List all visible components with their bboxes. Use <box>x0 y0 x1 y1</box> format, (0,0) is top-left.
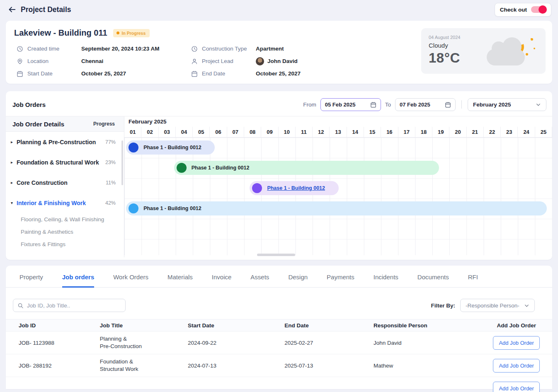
day-header-cell: 18 <box>415 127 432 137</box>
search-box[interactable] <box>13 299 126 312</box>
tab-incidents[interactable]: Incidents <box>374 266 398 288</box>
job-title-cell <box>100 377 188 392</box>
gantt-bar[interactable]: Phase 1 - Building 0012 <box>126 140 215 155</box>
tree-item-label: Planning & Pre-Construction <box>17 139 96 145</box>
status-dot-icon <box>116 31 119 34</box>
job-orders-title: Job Orders <box>12 101 46 108</box>
day-header-cell: 15 <box>364 127 381 137</box>
tab-materials[interactable]: Materials <box>167 266 193 288</box>
gantt-wrap: Job Order Details Progress ▸Planning & P… <box>6 116 552 257</box>
month-select-value: February 2025 <box>473 102 511 108</box>
tab-work-orders[interactable]: Work Orders <box>113 266 148 288</box>
field-label: End Date <box>202 70 256 77</box>
list-toolbar: Filter By: -Responsible Person- <box>6 288 552 312</box>
project-summary-card: Lakeview - Building 011 In Progress Crea… <box>6 21 552 84</box>
action-cell: Add Job Order <box>480 354 552 377</box>
bar-dot-icon <box>129 203 138 213</box>
add-job-order-button[interactable]: Add Job Order <box>493 336 540 350</box>
day-header-cell: 02 <box>141 127 158 137</box>
tab-payments[interactable]: Payments <box>327 266 354 288</box>
gantt-row: Phase 1 - Building 0012 <box>124 158 552 178</box>
table-row: Add Job Order <box>6 377 552 392</box>
responsible-person-cell: Mathew <box>374 354 480 377</box>
gantt-bar[interactable]: Phase 1 - Building 0012 <box>174 161 439 175</box>
pin-icon <box>17 58 23 65</box>
tree-item-foundation-structural-work[interactable]: ▸Foundation & Structural Work23% <box>6 152 124 172</box>
search-input[interactable] <box>27 302 121 309</box>
day-header-cell: 07 <box>227 127 244 137</box>
tree-item-core-construction[interactable]: ▸Core Construction11% <box>6 172 124 193</box>
bar-dot-icon <box>177 163 187 173</box>
status-badge: In Progress <box>113 29 150 37</box>
field-label: Construction Type <box>202 46 256 52</box>
search-icon <box>17 302 24 309</box>
vertical-scrollbar[interactable] <box>121 140 123 185</box>
column-header: Job Title <box>100 319 188 332</box>
toggle-knob <box>539 5 547 14</box>
tab-job-orders[interactable]: Job orders <box>62 266 95 288</box>
bar-label[interactable]: Phase 1 - Building 0012 <box>267 185 325 191</box>
day-header-cell: 10 <box>279 127 296 137</box>
project-name: Lakeview - Building 011 <box>14 28 107 38</box>
fields-column-left: Created timeSeptember 20, 2024 10:23 AML… <box>14 44 189 78</box>
tab-assets[interactable]: Assets <box>250 266 269 288</box>
clock-icon <box>17 46 23 52</box>
column-header: Start Date <box>188 319 284 332</box>
job-id-cell <box>6 377 100 392</box>
tab-documents[interactable]: Documents <box>417 266 449 288</box>
column-header: Add Job Order <box>480 319 552 332</box>
progress-value: 42% <box>105 200 116 206</box>
to-label: To <box>385 102 391 108</box>
person-icon <box>191 58 198 65</box>
fields-column-right: Construction TypeApartmentProject LeadJo… <box>189 44 301 78</box>
tree-child-item[interactable]: Painting & Aesthetics <box>6 225 124 238</box>
tab-design[interactable]: Design <box>288 266 308 288</box>
horizontal-scrollbar[interactable] <box>257 254 295 256</box>
tree-child-item[interactable]: Flooring, Ceiling, & Wall Finishing <box>6 213 124 225</box>
to-date-input[interactable]: 07 Feb 2025 <box>395 98 456 111</box>
day-header-cell: 08 <box>244 127 261 137</box>
tree-item-planning-pre-construction[interactable]: ▸Planning & Pre-Construction77% <box>6 132 124 152</box>
to-date-value: 07 Feb 2025 <box>400 102 430 108</box>
avatar <box>256 57 264 65</box>
tab-rfi[interactable]: RFI <box>468 266 478 288</box>
chevron-right-icon[interactable]: ▸ <box>11 180 17 185</box>
field-label: Start Date <box>27 70 81 77</box>
tree-item-interior-finishing-work[interactable]: ▾Interior & Finishing Work42% <box>6 193 124 213</box>
responsible-person-filter[interactable]: -Responsible Person- <box>460 299 535 312</box>
progress-value: 11% <box>106 180 116 186</box>
responsible-person-cell: John David <box>374 332 480 354</box>
table-header-row: Job IDJob TitleStart DateEnd DateRespons… <box>6 319 552 332</box>
day-header-cell: 23 <box>501 127 518 137</box>
chevron-right-icon[interactable]: ▸ <box>11 160 17 165</box>
back-arrow-icon[interactable] <box>7 4 17 15</box>
from-date-input[interactable]: 05 Feb 2025 <box>320 98 381 111</box>
filter-by-label: Filter By: <box>431 302 455 309</box>
check-out-toggle[interactable] <box>531 6 546 13</box>
column-header: Job ID <box>6 319 100 332</box>
gantt-toolbar: Job Orders From 05 Feb 2025 To 07 Feb 20… <box>6 91 552 116</box>
day-header-cell: 09 <box>261 127 278 137</box>
tab-property[interactable]: Property <box>19 266 43 288</box>
add-job-order-button[interactable]: Add Job Order <box>493 382 540 392</box>
project-field: Project LeadJohn David <box>189 57 301 65</box>
tree-child-item[interactable]: Fixtures & Fittings <box>6 238 124 250</box>
responsible-person-cell <box>374 377 480 392</box>
check-out-button[interactable]: Check out <box>495 3 551 17</box>
detail-tabs-card: PropertyJob ordersWork OrdersMaterialsIn… <box>6 266 552 389</box>
column-header: Responsible Person <box>374 319 480 332</box>
month-select-dropdown[interactable]: February 2025 <box>468 98 546 111</box>
day-header-cell: 21 <box>467 127 484 137</box>
bar-dot-icon <box>252 183 262 193</box>
calendar-icon <box>445 102 451 108</box>
gantt-bar[interactable]: Phase 1 - Building 0012 <box>250 181 339 195</box>
start-date-cell: 2024-07-13 <box>188 354 284 377</box>
gantt-bar[interactable]: Phase 1 - Building 0012 <box>126 201 546 215</box>
end-date-cell: 2025-02-27 <box>284 332 374 354</box>
tab-invoice[interactable]: Invoice <box>212 266 232 288</box>
chevron-down-icon[interactable]: ▾ <box>11 201 17 205</box>
add-job-order-button[interactable]: Add Job Order <box>493 359 540 373</box>
field-value: Apartment <box>256 46 284 52</box>
day-header-cell: 04 <box>176 127 193 137</box>
chevron-right-icon[interactable]: ▸ <box>11 140 17 144</box>
